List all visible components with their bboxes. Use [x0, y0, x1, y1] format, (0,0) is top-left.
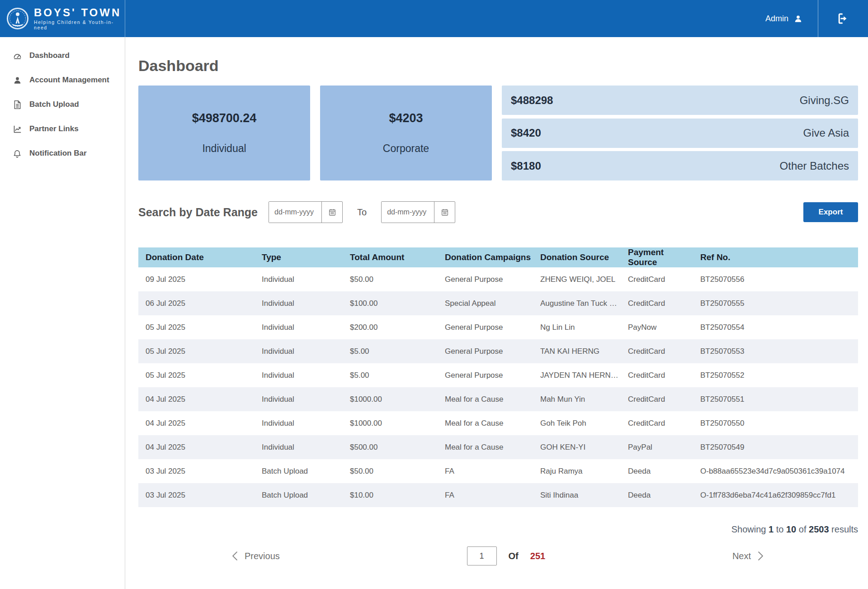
table-cell: General Purpose [438, 315, 533, 339]
to-separator: To [357, 207, 367, 218]
table-cell: BT25070555 [693, 291, 858, 315]
table-cell: Batch Upload [255, 483, 343, 507]
sign-out-icon [836, 12, 850, 25]
summary-bar-give-asia: $8420 Give Asia [502, 119, 858, 148]
table-cell: Individual [255, 339, 343, 363]
chevron-left-icon [231, 551, 238, 561]
page-selector: Of 251 [467, 546, 546, 565]
table-cell: 04 Jul 2025 [138, 435, 255, 459]
table-cell: Meal for a Cause [438, 387, 533, 411]
table-cell: Meal for a Cause [438, 411, 533, 435]
give-asia-label: Give Asia [803, 127, 849, 139]
table-cell: General Purpose [438, 339, 533, 363]
table-row: 09 Jul 2025Individual$50.00General Purpo… [138, 267, 858, 291]
summary-bar-other-batches: $8180 Other Batches [502, 151, 858, 180]
results-to: 10 [786, 524, 796, 534]
date-to-input[interactable] [382, 202, 434, 223]
table-cell: Siti Ihdinaa [533, 483, 621, 507]
table-cell: FA [438, 483, 533, 507]
table-cell: JAYDEN TAN HERNG YI [533, 363, 621, 387]
file-icon [12, 100, 22, 109]
table-row: 04 Jul 2025Individual$1000.00Meal for a … [138, 387, 858, 411]
previous-button[interactable]: Previous [231, 551, 280, 561]
sidebar-item-partner-links[interactable]: Partner Links [0, 117, 125, 141]
table-cell: FA [438, 459, 533, 483]
date-range-search: Search by Date Range To [138, 201, 858, 223]
table-cell: $5.00 [343, 339, 438, 363]
previous-label: Previous [245, 551, 280, 561]
table-cell: BT25070550 [693, 411, 858, 435]
pagination: Previous Of 251 Next [231, 546, 764, 565]
table-row: 05 Jul 2025Individual$200.00General Purp… [138, 315, 858, 339]
sidebar-item-dashboard[interactable]: Dashboard [0, 43, 125, 68]
donations-table-body: 09 Jul 2025Individual$50.00General Purpo… [138, 267, 858, 507]
sidebar-item-batch-upload[interactable]: Batch Upload [0, 92, 125, 117]
giving-sg-amount: $488298 [511, 94, 553, 107]
results-from: 1 [769, 524, 774, 534]
table-cell: $50.00 [343, 267, 438, 291]
table-cell: BT25070554 [693, 315, 858, 339]
sidebar: Dashboard Account Management Batch Uploa… [0, 37, 125, 589]
table-cell: Meal for a Cause [438, 435, 533, 459]
table-cell: Special Appeal [438, 291, 533, 315]
table-row: 05 Jul 2025Individual$5.00General Purpos… [138, 339, 858, 363]
table-cell: Individual [255, 363, 343, 387]
table-cell: BT25070552 [693, 363, 858, 387]
table-cell: CreditCard [621, 339, 693, 363]
table-cell: 05 Jul 2025 [138, 315, 255, 339]
col-donation-date: Donation Date [138, 247, 255, 267]
table-cell: General Purpose [438, 363, 533, 387]
table-cell: $100.00 [343, 291, 438, 315]
top-header: Admin [125, 0, 868, 37]
brand-text: Boys' Town Helping Children & Youth-in-n… [34, 7, 125, 30]
admin-user-icon [794, 14, 802, 23]
col-ref-no: Ref No. [693, 247, 858, 267]
calendar-icon[interactable] [434, 202, 455, 223]
sidebar-item-account-management[interactable]: Account Management [0, 68, 125, 92]
table-cell: General Purpose [438, 267, 533, 291]
export-button[interactable]: Export [803, 202, 858, 222]
next-button[interactable]: Next [732, 551, 764, 561]
date-from-field[interactable] [269, 201, 343, 223]
donations-table-header: Donation Date Type Total Amount Donation… [138, 247, 858, 267]
boys-town-logo-icon [6, 7, 29, 30]
table-row: 06 Jul 2025Individual$100.00Special Appe… [138, 291, 858, 315]
table-cell: $50.00 [343, 459, 438, 483]
table-cell: 04 Jul 2025 [138, 387, 255, 411]
sidebar-item-label: Notification Bar [29, 149, 87, 158]
table-cell: Augustine Tan Tuck Lee [533, 291, 621, 315]
page-number-input[interactable] [467, 546, 497, 565]
results-total: 2503 [809, 524, 829, 534]
admin-menu[interactable]: Admin [750, 0, 818, 37]
sidebar-item-label: Batch Upload [29, 100, 79, 109]
individual-amount: $498700.24 [192, 111, 257, 125]
date-to-field[interactable] [381, 201, 455, 223]
sidebar-item-label: Account Management [29, 76, 109, 85]
sidebar-item-notification-bar[interactable]: Notification Bar [0, 141, 125, 166]
table-cell: $1000.00 [343, 411, 438, 435]
individual-label: Individual [202, 142, 246, 155]
logout-button[interactable] [818, 0, 868, 37]
donations-table: Donation Date Type Total Amount Donation… [138, 247, 858, 507]
summary-bars: $488298 Giving.SG $8420 Give Asia $8180 … [502, 86, 858, 180]
table-cell: ZHENG WEIQI, JOEL [533, 267, 621, 291]
summary-card-corporate: $4203 Corporate [320, 86, 492, 180]
next-label: Next [732, 551, 751, 561]
date-from-input[interactable] [269, 202, 321, 223]
table-cell: Individual [255, 291, 343, 315]
table-cell: CreditCard [621, 267, 693, 291]
table-cell: BT25070551 [693, 387, 858, 411]
table-cell: $1000.00 [343, 387, 438, 411]
table-cell: Ng Lin Lin [533, 315, 621, 339]
table-cell: Individual [255, 267, 343, 291]
summary-card-individual: $498700.24 Individual [138, 86, 310, 180]
calendar-icon[interactable] [321, 202, 342, 223]
table-cell: 05 Jul 2025 [138, 363, 255, 387]
page-title: Dashboard [138, 57, 858, 75]
bell-icon [12, 148, 22, 158]
table-cell: O-b88aa65523e34d7c9a050361c39a1074 [693, 459, 858, 483]
user-icon [12, 75, 22, 85]
table-cell: CreditCard [621, 363, 693, 387]
chart-line-icon [12, 124, 22, 134]
table-cell: 03 Jul 2025 [138, 483, 255, 507]
